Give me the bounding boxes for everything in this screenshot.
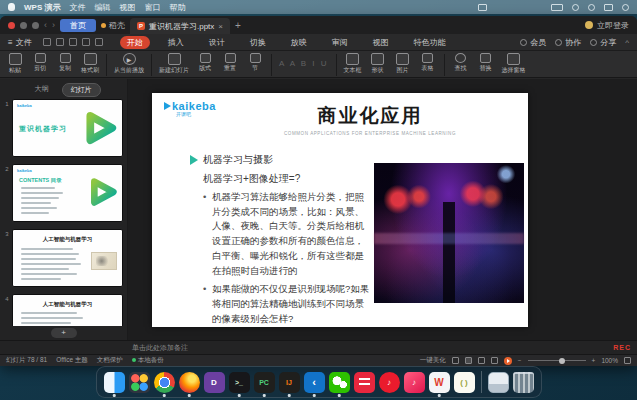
close-tab-icon[interactable]: × (218, 22, 223, 31)
dock-icon-intellij-idea[interactable]: IJ (279, 372, 300, 393)
night-scene-photo[interactable] (374, 163, 524, 303)
new-tab-button[interactable]: + (235, 20, 241, 31)
share-button[interactable]: 分享 (590, 37, 616, 48)
menu-file[interactable]: 文件 (69, 2, 85, 13)
section-button[interactable]: 节 (246, 53, 264, 73)
tab-special-features[interactable]: 特色功能 (407, 36, 453, 49)
dock-icon-vscode[interactable]: ‹ (304, 372, 325, 393)
login-button[interactable]: 立即登录 (585, 20, 629, 31)
tab-design[interactable]: 设计 (202, 36, 232, 49)
menu-window[interactable]: 窗口 (144, 2, 160, 13)
dock-icon-netease-music[interactable]: ♪ (379, 372, 400, 393)
play-from-current-button[interactable]: ▶从当前播放 (114, 53, 144, 75)
maximize-button[interactable] (32, 22, 39, 29)
tab-insert[interactable]: 插入 (161, 36, 191, 49)
tab-review[interactable]: 审阅 (325, 36, 355, 49)
document-protect-button[interactable]: 文档保护 (97, 356, 123, 365)
slide-sorter-view-icon[interactable] (465, 357, 472, 364)
dock-icon-trash[interactable] (513, 372, 534, 393)
save-icon[interactable] (43, 38, 51, 46)
battery-icon[interactable] (551, 4, 563, 11)
dock-icon-documents-stack[interactable] (488, 372, 509, 393)
dock-icon-purple-d-app[interactable]: D (204, 372, 225, 393)
dock-icon-firefox[interactable] (179, 372, 200, 393)
zoom-in-button[interactable]: + (592, 357, 596, 364)
textbox-button[interactable]: 文本框 (344, 53, 362, 75)
copy-button[interactable]: 复制 (56, 53, 74, 73)
nav-forward-icon[interactable]: › (52, 20, 55, 30)
slide-thumbnail-1[interactable]: kaikeba 重识机器学习 (12, 99, 123, 157)
control-center-icon[interactable] (604, 4, 613, 11)
home-button[interactable]: 首页 (60, 19, 96, 32)
slide-thumbnail-3[interactable]: 人工智能与机器学习 (12, 229, 123, 287)
zoom-slider[interactable] (528, 360, 586, 361)
menu-edit[interactable]: 编辑 (94, 2, 110, 13)
replace-button[interactable]: 替换 (477, 53, 495, 73)
find-button[interactable]: 查找 (452, 53, 470, 73)
dock-icon-pycharm[interactable]: PC (254, 372, 275, 393)
tab-outline[interactable]: 大纲 (27, 83, 57, 97)
dock-icon-red-chinese-app[interactable] (354, 372, 375, 393)
slideshow-play-button[interactable] (504, 357, 512, 365)
docer-tab[interactable]: 稻壳 (101, 20, 125, 31)
nav-back-icon[interactable]: ‹ (44, 20, 47, 30)
slide-body-textbox[interactable]: 机器学习与摄影 机器学习+图像处理=? 机器学习算法能够给照片分类，把照片分类成… (190, 153, 372, 330)
dock-icon-wps-office[interactable]: W (429, 372, 450, 393)
menu-view[interactable]: 视图 (119, 2, 135, 13)
file-menu-button[interactable]: ≡文件 (8, 37, 32, 48)
dock-icon-launchpad[interactable] (129, 372, 150, 393)
wifi-icon[interactable] (572, 4, 579, 11)
tab-slides[interactable]: 幻灯片 (62, 83, 101, 97)
beautify-button[interactable]: 一键美化 (420, 356, 446, 365)
table-button[interactable]: 表格 (419, 53, 437, 73)
document-tab[interactable]: P 重识机器学习.pptx × (130, 18, 230, 34)
member-button[interactable]: 会员 (520, 37, 546, 48)
theme-name[interactable]: Office 主题 (56, 356, 88, 365)
screen-mirroring-icon[interactable] (478, 4, 487, 11)
shape-button[interactable]: 形状 (369, 53, 387, 75)
tab-transition[interactable]: 切换 (243, 36, 273, 49)
siri-icon[interactable] (622, 4, 629, 11)
search-icon[interactable] (588, 4, 595, 11)
zoom-out-button[interactable]: − (518, 357, 522, 364)
collaborate-button[interactable]: 协作 (555, 37, 581, 48)
slide-thumbnail-2[interactable]: kaikeba CONTENTS 目录 (12, 164, 123, 222)
dock-icon-finder[interactable] (104, 372, 125, 393)
print-icon[interactable] (69, 38, 77, 46)
tab-view[interactable]: 视图 (366, 36, 396, 49)
current-slide[interactable]: kaikeba 开课吧 商业化应用 COMMON APPLICATIONS FO… (152, 93, 528, 327)
cut-button[interactable]: 剪切 (31, 53, 49, 73)
dock-icon-chrome[interactable] (154, 372, 175, 393)
dock-icon-music-app[interactable]: ♪ (404, 372, 425, 393)
local-backup-status[interactable]: 本地备份 (132, 356, 164, 365)
layout-button[interactable]: 版式 (196, 53, 214, 73)
slide-thumbnail-4[interactable]: 人工智能与机器学习 ML AI (12, 294, 123, 326)
dock-icon-terminal[interactable]: >_ (229, 372, 250, 393)
minimize-button[interactable] (20, 22, 27, 29)
dock-icon-wechat[interactable] (329, 372, 350, 393)
apple-logo-icon[interactable] (8, 3, 15, 11)
collapse-ribbon-icon[interactable]: ^ (625, 38, 629, 47)
tab-slideshow[interactable]: 放映 (284, 36, 314, 49)
zoom-level[interactable]: 100% (601, 357, 618, 364)
output-icon[interactable] (56, 38, 64, 46)
dock-icon-code-app[interactable]: ( ) (454, 372, 475, 393)
undo-icon[interactable] (82, 38, 90, 46)
paste-button[interactable]: 粘贴 (6, 53, 24, 75)
close-button[interactable] (8, 22, 15, 29)
normal-view-icon[interactable] (452, 357, 459, 364)
reading-view-icon[interactable] (478, 357, 485, 364)
fullscreen-icon[interactable] (624, 357, 631, 364)
slide-editor-canvas[interactable]: kaikeba 开课吧 商业化应用 COMMON APPLICATIONS FO… (128, 79, 637, 340)
task-pane-button[interactable]: 选择窗格 (502, 53, 526, 75)
reset-button[interactable]: 重置 (221, 53, 239, 73)
new-slide-button[interactable]: 新建幻灯片 (159, 53, 189, 75)
format-painter-button[interactable]: 格式刷 (81, 53, 99, 75)
notes-view-icon[interactable] (491, 357, 498, 364)
menu-app-name[interactable]: WPS 演示 (24, 2, 60, 13)
tab-home[interactable]: 开始 (120, 36, 150, 49)
menu-help[interactable]: 帮助 (169, 2, 185, 13)
notes-area[interactable]: 单击此处添加备注 REC (0, 340, 637, 354)
zoom-slider-knob[interactable] (559, 358, 565, 364)
redo-icon[interactable] (95, 38, 103, 46)
